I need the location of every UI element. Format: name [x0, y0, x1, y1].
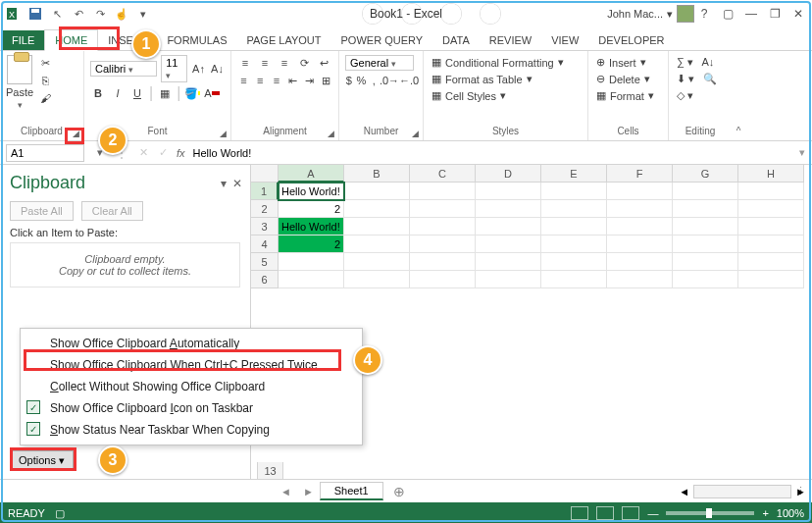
clear-button[interactable]: ◇ ▾ — [675, 88, 726, 103]
cell[interactable] — [344, 253, 410, 271]
border-icon[interactable]: ▦ — [157, 85, 173, 101]
cell[interactable] — [279, 271, 344, 288]
col-header-g[interactable]: G — [673, 165, 738, 183]
clipboard-option-item[interactable]: Show Office Clipboard When Ctrl+C Presse… — [21, 354, 362, 376]
increase-indent-icon[interactable]: ⇥ — [303, 73, 316, 88]
clipboard-option-item[interactable]: ✓Show Office Clipboard Icon on Taskbar — [21, 397, 362, 419]
cell[interactable] — [410, 200, 476, 218]
cell[interactable] — [738, 218, 804, 235]
zoom-slider[interactable] — [666, 511, 754, 515]
pane-options-icon[interactable]: ▾ — [221, 177, 227, 190]
format-as-table-button[interactable]: ▦Format as Table ▾ — [430, 72, 582, 86]
cell[interactable] — [673, 235, 738, 253]
format-cells-button[interactable]: ▦Format ▾ — [594, 88, 662, 103]
clipboard-launcher-icon[interactable]: ◢ — [73, 129, 79, 138]
row-header[interactable]: 6 — [251, 271, 279, 288]
ribbon-options-icon[interactable]: ▢ — [718, 5, 737, 23]
cell[interactable] — [476, 253, 541, 271]
cell[interactable] — [410, 271, 476, 288]
tab-review[interactable]: REVIEW — [480, 30, 541, 50]
paste-all-button[interactable]: Paste All — [10, 201, 74, 221]
cell[interactable] — [607, 253, 673, 271]
row-header[interactable]: 3 — [251, 218, 279, 235]
fill-color-icon[interactable]: 🪣 — [184, 85, 200, 101]
decrease-font-icon[interactable]: A↓ — [210, 61, 225, 77]
increase-decimal-icon[interactable]: .0→ — [381, 73, 397, 88]
number-launcher-icon[interactable]: ◢ — [412, 129, 419, 138]
expand-formula-icon[interactable]: ▾ — [792, 146, 812, 159]
sheet-nav-next-icon[interactable]: ► — [297, 486, 320, 497]
increase-font-icon[interactable]: A↑ — [191, 61, 206, 77]
cell[interactable] — [476, 218, 541, 235]
cell[interactable] — [738, 271, 804, 288]
copy-icon[interactable]: ⎘ — [37, 73, 53, 88]
cancel-formula-icon[interactable]: ✕ — [133, 146, 153, 159]
cell[interactable] — [410, 218, 476, 235]
clipboard-option-item[interactable]: Collect Without Showing Office Clipboard — [21, 376, 362, 397]
cell[interactable] — [607, 200, 673, 218]
cell[interactable] — [738, 183, 804, 200]
zoom-level[interactable]: 100% — [777, 507, 804, 519]
cell[interactable] — [738, 200, 804, 218]
tab-developer[interactable]: DEVELOPER — [588, 30, 674, 50]
horizontal-scrollbar[interactable]: ◄► — [679, 485, 806, 498]
sheet-tab-sheet1[interactable]: Sheet1 — [320, 482, 383, 500]
clipboard-option-item[interactable]: ✓Show Status Near Taskbar When Copying — [21, 419, 362, 441]
align-top-icon[interactable]: ≡ — [237, 55, 253, 71]
fx-icon[interactable]: fx — [173, 147, 189, 159]
cell[interactable] — [673, 200, 738, 218]
number-format-select[interactable]: General — [345, 55, 414, 71]
cell[interactable] — [344, 200, 410, 218]
align-right-icon[interactable]: ≡ — [271, 73, 283, 88]
cell[interactable] — [410, 235, 476, 253]
insert-cells-button[interactable]: ⊕Insert ▾ — [594, 55, 662, 70]
tab-home[interactable]: HOME — [44, 29, 98, 51]
collapse-ribbon-icon[interactable]: ^ — [732, 51, 745, 140]
tab-data[interactable]: DATA — [432, 30, 480, 50]
normal-view-icon[interactable] — [571, 506, 588, 520]
cell[interactable] — [541, 218, 607, 235]
name-box[interactable] — [6, 144, 84, 162]
col-header-e[interactable]: E — [541, 165, 607, 183]
tab-file[interactable]: FILE — [2, 30, 44, 50]
cell[interactable] — [738, 253, 804, 271]
delete-cells-button[interactable]: ⊖Delete ▾ — [594, 72, 662, 86]
qat-more-icon[interactable]: ▾ — [135, 6, 151, 22]
col-header-h[interactable]: H — [738, 165, 804, 183]
wrap-text-icon[interactable]: ↩ — [316, 55, 331, 71]
cell[interactable] — [279, 253, 344, 271]
decrease-decimal-icon[interactable]: ←.0 — [401, 73, 417, 88]
tab-formulas[interactable]: FORMULAS — [157, 30, 236, 50]
autosum-button[interactable]: ∑ ▾ A↓ — [675, 55, 726, 70]
row-header[interactable]: 2 — [251, 200, 279, 218]
close-icon[interactable]: ✕ — [788, 5, 808, 23]
alignment-launcher-icon[interactable]: ◢ — [328, 129, 334, 138]
formula-input[interactable]: Hello World! — [189, 145, 792, 161]
cell[interactable] — [541, 271, 607, 288]
cell[interactable] — [410, 183, 476, 200]
font-size-select[interactable]: 11 — [161, 55, 187, 82]
cell[interactable] — [607, 218, 673, 235]
cell[interactable] — [673, 183, 738, 200]
col-header-f[interactable]: F — [607, 165, 673, 183]
cell[interactable] — [476, 200, 541, 218]
clipboard-option-item[interactable]: Show Office Clipboard Automatically — [21, 333, 362, 354]
italic-button[interactable]: I — [110, 85, 126, 101]
align-left-icon[interactable]: ≡ — [237, 73, 250, 88]
cell[interactable] — [541, 253, 607, 271]
merge-icon[interactable]: ⊞ — [320, 73, 332, 88]
col-header-c[interactable]: C — [410, 165, 476, 183]
align-center-icon[interactable]: ≡ — [254, 73, 267, 88]
paste-button[interactable]: Paste ▾ — [6, 55, 33, 110]
cell[interactable] — [344, 235, 410, 253]
row-header[interactable]: 4 — [251, 235, 279, 253]
format-painter-icon[interactable]: 🖌 — [37, 90, 53, 106]
cell[interactable] — [673, 271, 738, 288]
font-name-select[interactable]: Calibri — [90, 61, 157, 77]
cell[interactable] — [607, 183, 673, 200]
cell[interactable] — [607, 271, 673, 288]
comma-icon[interactable]: , — [370, 73, 378, 88]
tab-page-layout[interactable]: PAGE LAYOUT — [237, 30, 331, 50]
help-icon[interactable]: ? — [694, 5, 714, 23]
macro-record-icon[interactable]: ▢ — [55, 507, 65, 520]
